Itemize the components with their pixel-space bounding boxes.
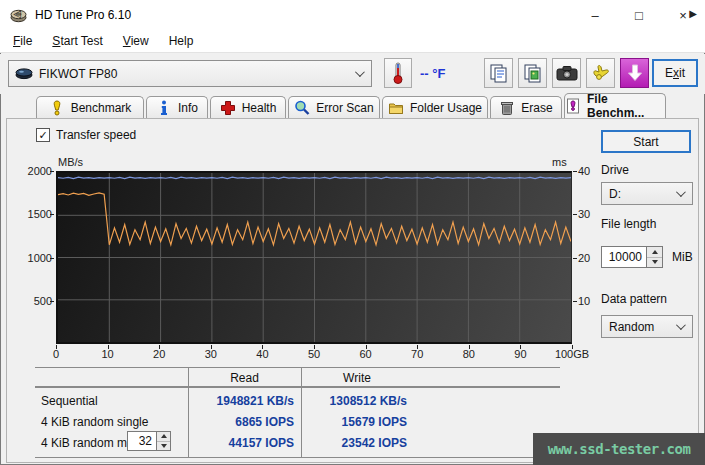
copy-text-button[interactable] xyxy=(484,58,513,88)
thread-count-spinner xyxy=(157,431,171,451)
copy-image-button[interactable] xyxy=(518,58,547,88)
folder-icon xyxy=(388,100,404,116)
menu-start-test[interactable]: Start Test xyxy=(42,31,112,51)
y-axis-right-tick-mark xyxy=(573,258,577,259)
y-axis-right-tick-mark xyxy=(573,301,577,302)
sequential-write-value: 1308512 KB/s xyxy=(301,394,407,408)
screenshot-button[interactable] xyxy=(552,58,581,88)
x-axis-tick-mark xyxy=(520,345,521,349)
chart-canvas xyxy=(58,173,571,342)
y-axis-left-tick-label: 1500 xyxy=(22,208,52,220)
random-single-write-value: 15679 IOPS xyxy=(301,415,407,429)
y-axis-left-tick-mark xyxy=(50,301,54,302)
camera-icon xyxy=(556,65,578,81)
drive-value: D: xyxy=(609,187,621,201)
y-axis-left-tick-label: 1000 xyxy=(22,252,52,264)
donate-button[interactable] xyxy=(586,58,615,88)
save-results-button[interactable] xyxy=(620,58,649,88)
menu-file[interactable]: File xyxy=(3,31,42,51)
chevron-down-icon xyxy=(355,67,365,77)
x-axis-tick-mark xyxy=(159,345,160,349)
tab-health[interactable]: Health xyxy=(210,96,286,118)
left-axis-unit-label: MB/s xyxy=(58,156,83,168)
y-axis-left-tick-mark xyxy=(50,214,54,215)
trash-icon xyxy=(499,100,515,116)
write-column-header: Write xyxy=(301,371,413,385)
exit-button[interactable]: Exit xyxy=(652,59,698,87)
tab-info[interactable]: Info xyxy=(146,96,208,118)
drive-label: Drive xyxy=(601,163,629,177)
chevron-down-icon xyxy=(676,187,686,197)
table-header-rule xyxy=(35,386,560,388)
row-label-sequential: Sequential xyxy=(41,394,98,408)
spinner-down-button[interactable] xyxy=(647,258,662,268)
table-top-rule xyxy=(35,367,560,368)
y-axis-left-tick-mark xyxy=(50,258,54,259)
file-length-input[interactable]: 10000 xyxy=(601,246,647,268)
menu-view[interactable]: View xyxy=(113,31,159,51)
transfer-speed-checkbox[interactable]: ✓ xyxy=(36,128,50,142)
up-arrow-icon xyxy=(652,250,658,254)
x-axis-tick-label: 20 xyxy=(137,348,181,360)
device-select[interactable]: FIKWOT FP80 xyxy=(8,60,372,87)
sequential-read-value: 1948821 KB/s xyxy=(188,394,294,408)
file-length-label: File length xyxy=(601,217,656,231)
thread-count-input[interactable]: 32 xyxy=(127,431,157,451)
data-pattern-value: Random xyxy=(609,320,654,334)
right-axis-unit-label: ms xyxy=(552,156,567,168)
selected-device-label: FIKWOT FP80 xyxy=(39,67,117,81)
download-arrow-icon xyxy=(627,64,643,82)
thermometer-icon xyxy=(392,62,404,84)
y-axis-left-tick-label: 500 xyxy=(22,295,52,307)
tab-benchmark[interactable]: Benchmark xyxy=(36,96,144,118)
benchmark-chart xyxy=(56,171,572,344)
spinner-up-button[interactable] xyxy=(157,432,170,442)
y-axis-left-tick-mark xyxy=(50,171,54,172)
spinner-up-button[interactable] xyxy=(647,247,662,258)
read-column-header: Read xyxy=(188,371,301,385)
tab-error-scan[interactable]: Error Scan xyxy=(288,96,380,118)
y-axis-right-tick-mark xyxy=(573,171,577,172)
health-cross-icon xyxy=(220,100,236,116)
x-axis-tick-mark xyxy=(366,345,367,349)
down-arrow-icon xyxy=(161,444,167,448)
y-axis-right-tick-mark xyxy=(573,214,577,215)
tab-file-benchmark[interactable]: File Benchm... xyxy=(564,93,666,118)
file-length-unit: MiB xyxy=(672,250,693,264)
spinner-down-button[interactable] xyxy=(157,442,170,451)
maximize-button[interactable]: □ xyxy=(617,0,661,30)
row-label-random-single: 4 KiB random single xyxy=(41,415,148,429)
drive-select[interactable]: D: xyxy=(601,182,693,205)
x-axis-tick-mark xyxy=(417,345,418,349)
up-arrow-icon xyxy=(161,434,167,438)
tab-scroll-left-button[interactable]: ◁ xyxy=(8,3,26,23)
table-bottom-rule xyxy=(35,457,560,458)
temperature-button[interactable] xyxy=(384,58,412,88)
chevron-down-icon xyxy=(676,320,686,330)
x-axis-tick-label: 30 xyxy=(189,348,233,360)
x-axis-tick-label: 100GB xyxy=(550,348,594,360)
random-multi-read-value: 44157 IOPS xyxy=(188,436,294,450)
random-single-read-value: 6865 IOPS xyxy=(188,415,294,429)
down-arrow-icon xyxy=(652,260,658,264)
x-axis-tick-mark xyxy=(108,345,109,349)
x-axis-tick-mark xyxy=(469,345,470,349)
toolbar: FIKWOT FP80 -- °F xyxy=(0,54,705,94)
menu-help[interactable]: Help xyxy=(159,31,204,51)
file-length-spinner xyxy=(647,246,663,268)
x-axis-tick-label: 90 xyxy=(498,348,542,360)
minimize-button[interactable]: – xyxy=(573,0,617,30)
file-benchmark-icon xyxy=(565,98,581,114)
copy-image-icon xyxy=(523,63,543,83)
data-pattern-select[interactable]: Random xyxy=(601,315,693,338)
tab-scroll-right-button[interactable]: ▶ xyxy=(684,3,702,23)
x-axis-tick-mark xyxy=(56,345,57,349)
transfer-speed-label: Transfer speed xyxy=(56,128,136,142)
tab-folder-usage[interactable]: Folder Usage xyxy=(382,96,488,118)
info-icon xyxy=(156,100,172,116)
tab-erase[interactable]: Erase xyxy=(490,96,562,118)
start-button[interactable]: Start xyxy=(601,130,691,153)
hand-icon xyxy=(591,63,611,83)
file-length-control: 10000 xyxy=(601,246,663,268)
window-title: HD Tune Pro 6.10 xyxy=(35,8,131,22)
